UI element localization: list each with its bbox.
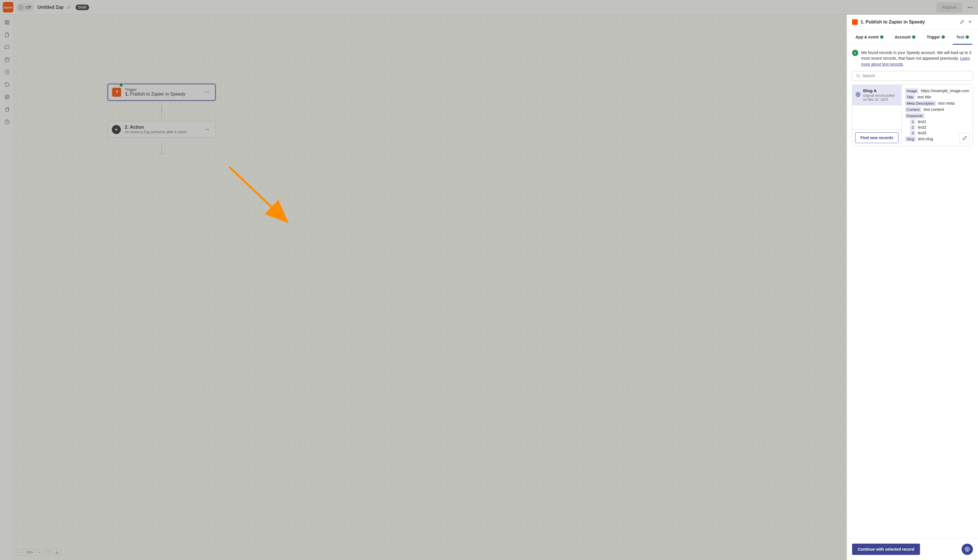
field-key: Slug — [905, 136, 916, 142]
check-icon — [966, 35, 969, 39]
check-icon — [912, 35, 915, 39]
panel-footer: Continue with selected record — [847, 538, 978, 560]
field-index: 3 — [910, 131, 915, 135]
panel-tabs: App & event Account Trigger Test — [847, 30, 978, 45]
step-config-panel: 1. Publish to Zapier in Speedy App & eve… — [847, 15, 978, 560]
svg-point-18 — [856, 74, 859, 77]
record-selector: Blog A original record pulled on Mar 15,… — [852, 85, 973, 146]
radio-selected-icon — [856, 92, 860, 97]
continue-button[interactable]: Continue with selected record — [852, 543, 920, 555]
field-value: test2 — [918, 125, 926, 130]
edit-record-button[interactable] — [960, 133, 970, 143]
record-item[interactable]: Blog A original record pulled on Mar 15,… — [852, 85, 901, 105]
find-new-records-button[interactable]: Find new records — [855, 132, 898, 143]
tab-account[interactable]: Account — [889, 30, 921, 44]
field-key: Keywords — [905, 113, 925, 118]
modal-dim-overlay — [0, 0, 978, 560]
field-key: Image — [905, 88, 919, 93]
field-value: test1 — [918, 119, 926, 124]
tab-trigger[interactable]: Trigger — [921, 30, 951, 44]
field-value: test meta — [938, 101, 955, 105]
field-key: Title — [905, 95, 915, 100]
field-index: 2 — [910, 125, 915, 130]
help-fab-button[interactable] — [961, 543, 973, 555]
field-value: https://example_image.com/i — [921, 88, 969, 93]
check-icon — [880, 35, 883, 39]
check-icon — [941, 35, 945, 39]
field-value: test content — [924, 107, 944, 112]
field-value: test title — [918, 95, 931, 99]
speedy-app-icon — [852, 19, 858, 25]
record-list: Blog A original record pulled on Mar 15,… — [852, 85, 901, 146]
field-value: test-slug — [918, 137, 933, 141]
tab-test[interactable]: Test — [951, 30, 975, 44]
search-icon — [856, 73, 860, 78]
record-details: Imagehttps://example_image.com/i Titlete… — [901, 85, 973, 146]
close-panel-icon[interactable] — [968, 20, 973, 25]
panel-header: 1. Publish to Zapier in Speedy — [847, 15, 978, 30]
search-input[interactable] — [863, 73, 969, 78]
tab-app-event[interactable]: App & event — [850, 30, 889, 44]
rename-step-icon[interactable] — [960, 20, 965, 25]
test-info-message: We found records in your Speedy account.… — [852, 50, 973, 67]
field-key: Content — [905, 107, 921, 112]
record-name: Blog A — [863, 88, 898, 93]
svg-point-20 — [967, 549, 968, 550]
field-index: 1 — [910, 119, 915, 124]
field-key: Meta Description — [905, 101, 936, 106]
panel-body: We found records in your Speedy account.… — [847, 45, 978, 538]
panel-title: 1. Publish to Zapier in Speedy — [861, 20, 957, 25]
record-search[interactable] — [852, 71, 973, 81]
success-check-icon — [852, 50, 858, 56]
record-meta: original record pulled on Mar 15, 2024 — [863, 93, 898, 102]
field-value: test3 — [918, 131, 926, 135]
